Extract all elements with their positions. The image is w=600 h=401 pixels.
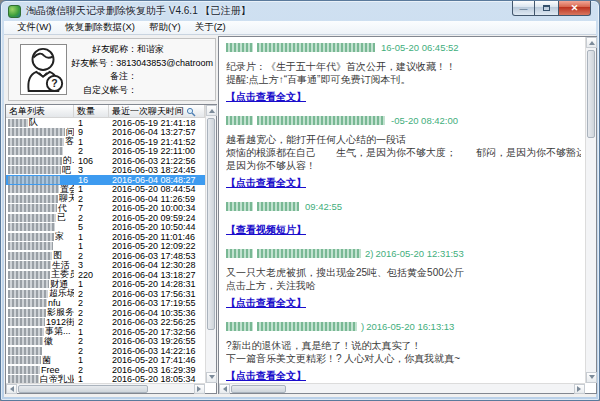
caption-buttons: — ✕ [512,1,591,16]
scroll-up-icon[interactable] [206,105,217,116]
list-item-count: 1 [74,137,109,147]
list-item[interactable]: 162016-06-04 08:48:27 [6,175,205,185]
scroll-left-icon[interactable] [6,384,17,394]
message-header: 2)2016-05-20 12:31:53 [226,248,581,259]
list-rows: 队12016-05-19 21:41:18间92016-06-04 13:27:… [6,118,205,384]
message-time: 2016-05-20 16:13:13 [366,321,454,332]
list-item-count: 2 [74,146,109,156]
profile-field-value: 3813043853@chatroom [116,58,213,68]
list-item[interactable]: 超乐场22016-06-03 17:56:31 [6,289,205,299]
person-question-icon: ? [21,45,66,94]
title-bar: 淘晶微信聊天记录删除恢复助手 V4.6.1 【已注册】 — ✕ [1,1,599,21]
list-vertical-scrollbar[interactable] [205,105,216,383]
list-vscroll-thumb[interactable] [207,118,215,330]
view-full-text-link[interactable]: 【点击查看全文】 [226,296,306,310]
message-header: 16-05-20 06:45:52 [226,42,581,53]
list-item-count: 2 [74,298,109,308]
list-item-count: 1 [74,279,109,289]
view-full-text-link[interactable]: 【点击查看全文】 [226,369,306,383]
list-item-count: 7 [74,203,109,213]
list-header: 名单列表 数量 最近一次聊天时间 [6,105,205,118]
list-item[interactable]: 吧32016-06-03 18:24:45 [6,166,205,176]
scroll-right-icon[interactable] [574,384,585,394]
profile-field-value: 和谐家 [137,43,164,56]
chat-vscroll-thumb[interactable] [587,50,595,138]
censored-sender-name [226,322,253,331]
list-item-time: 2016-05-19 21:41:52 [109,137,205,147]
message-text: 是因为你不够从容！ [226,159,581,172]
list-item-time: 2016-06-03 14:22:16 [109,346,205,356]
message-time: 16-05-20 06:45:52 [381,42,459,53]
list-item-time: 2016-06-03 18:24:45 [109,165,205,175]
list-item-time: 2016-06-04 13:27:57 [109,127,205,137]
avatar: ? [20,44,67,95]
list-item[interactable]: 已22016-05-20 09:59:24 [6,213,205,223]
censored-sender-id [257,249,361,258]
list-item-time: 2016-05-20 10:00:34 [109,203,205,213]
list-item[interactable]: 菌12016-05-20 17:41:46 [6,356,205,366]
message-text: 纪录片：《生于五十年代》首次公开，建议收藏！！ [226,60,581,73]
friend-info-panel: ? 好友昵称：和谐家好友帐号：3813043853@chatroom备注：自定义… [8,38,216,101]
scroll-up-icon[interactable] [586,37,597,48]
close-button[interactable]: ✕ [558,1,591,16]
list-item[interactable]: 徽22016-06-03 19:26:55 [6,337,205,347]
menu-bar: 文件(W)恢复删除数据(X)帮助(Y)关于(Z) [4,21,596,35]
censored-name [8,233,54,241]
censored-sender-id [257,116,385,125]
censored-sender-name [226,202,253,211]
menu-item-1[interactable]: 恢复删除数据(X) [58,21,142,34]
scroll-left-icon[interactable] [219,384,230,394]
list-item-count: 5 [74,222,109,232]
list-item-count: 2 [74,308,109,318]
scroll-right-icon[interactable] [194,384,205,394]
column-header-time[interactable]: 最近一次聊天时间 [109,105,205,117]
list-item[interactable]: 客服12016-05-19 21:41:52 [6,137,205,147]
list-item-count: 2 [74,336,109,346]
messages: 16-05-20 06:45:52纪录片：《生于五十年代》首次公开，建议收藏！！… [219,37,585,383]
list-item-time: 2016-05-20 08:44:54 [109,184,205,194]
profile-field: 好友帐号：3813043853@chatroom [71,57,213,71]
client-area: ? 好友昵称：和谐家好友帐号：3813043853@chatroom备注：自定义… [4,35,596,397]
message-text: 越看越宽心，能打开任何人心结的一段话 [226,133,581,146]
list-item-time: 2016-06-04 13:18:27 [109,270,205,280]
censored-name [8,337,43,345]
list-item-time: 2016-06-04 12:30:28 [109,260,205,270]
list-item-time: 2016-06-03 17:19:55 [109,298,205,308]
maximize-button[interactable] [535,1,558,16]
profile-field: 备注： [71,70,213,84]
message: 16-05-20 06:45:52纪录片：《生于五十年代》首次公开，建议收藏！！… [226,42,581,106]
menu-item-0[interactable]: 文件(W) [10,21,58,34]
list-item-count: 3 [74,260,109,270]
column-header-name[interactable]: 名单列表 [6,105,74,117]
list-item-count: 3 [74,165,109,175]
profile-field: 自定义帐号： [71,84,213,98]
view-full-text-link[interactable]: 【点击查看全文】 [226,176,306,190]
scroll-down-icon[interactable] [586,372,597,383]
chat-hscroll-thumb[interactable] [231,385,286,393]
column-header-count[interactable]: 数量 [74,105,109,117]
scroll-down-icon[interactable] [206,372,217,383]
menu-item-2[interactable]: 帮助(Y) [142,21,188,34]
view-full-text-link[interactable]: 【查看视频短片】 [226,223,306,237]
list-item-count: 2 [74,213,109,223]
view-full-text-link[interactable]: 【点击查看全文】 [226,90,306,104]
message-time: 2016-05-20 12:31:53 [375,248,463,259]
list-item-count: 2 [74,317,109,327]
message-time: 09:42:55 [305,201,342,212]
list-item-count: 2 [74,289,109,299]
profile-field-label: 好友帐号： [71,57,116,70]
list-hscroll-thumb[interactable] [18,385,148,393]
list-item-time: 2016-06-04 10:35:36 [109,308,205,318]
minimize-button[interactable]: — [512,1,535,16]
list-item-count: 1 [74,355,109,365]
chat-vertical-scrollbar[interactable] [585,37,596,383]
list-horizontal-scrollbar[interactable] [6,383,205,393]
sender-id-tail: ) [361,321,364,332]
list-item[interactable]: 家12016-05-20 11:01:46 [6,232,205,242]
censored-name [8,356,41,364]
message-text: 又一只大老虎被抓，搜出现金25吨、包括黄金500公斤 [226,266,581,279]
menu-item-3[interactable]: 关于(Z) [188,21,233,34]
message-header: -05-20 08:42:00 [226,115,581,126]
chat-horizontal-scrollbar[interactable] [219,383,585,393]
message-text: ?新出的退休谣，真是绝了！说的太真实了！ [226,339,581,352]
